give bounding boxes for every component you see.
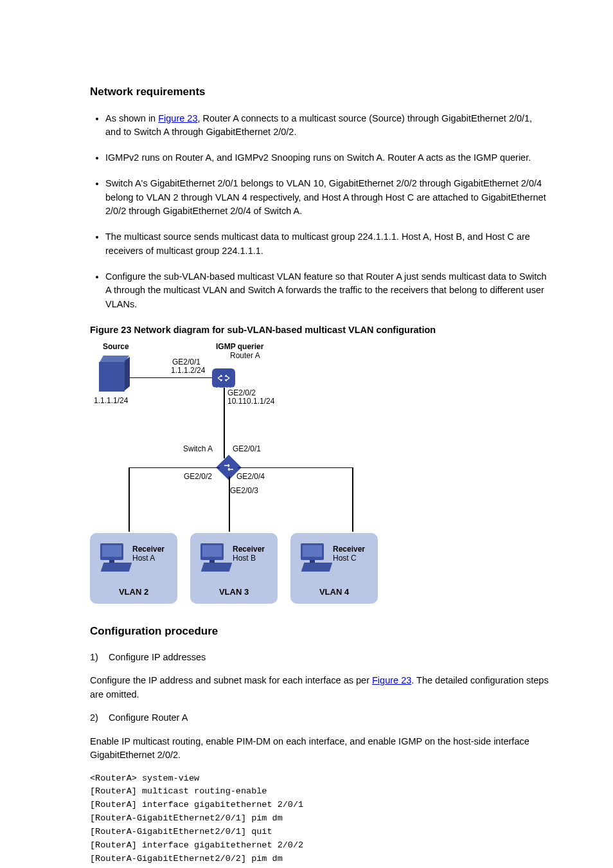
- text: Configure the IP address and subnet mask…: [90, 675, 372, 685]
- receiver-label: Receiver: [333, 545, 365, 554]
- host-name: Host B: [233, 554, 256, 563]
- link-line: [229, 476, 230, 532]
- cli-line: [RouterA-GigabitEthernet2/0/1] pim dm: [90, 812, 549, 826]
- vlan-title: VLAN 3: [190, 586, 278, 599]
- list-item: The multicast source sends multicast dat…: [105, 230, 549, 258]
- cli-line: [RouterA] multicast routing-enable: [90, 785, 549, 799]
- cli-line: [RouterA] interface gigabitethernet 2/0/…: [90, 799, 549, 812]
- link-line: [352, 467, 353, 532]
- step2: 2) Configure Router A: [90, 711, 549, 725]
- network-diagram: Source 1.1.1.1/24 ROUTER IGMP querier Ro…: [90, 347, 392, 604]
- step2-body: Enable IP multicast routing, enable PIM-…: [90, 735, 549, 763]
- cli-line: [RouterA-GigabitEthernet2/0/1] quit: [90, 826, 549, 839]
- host-text: Receiver Host B: [233, 545, 265, 563]
- link-line: [224, 388, 225, 458]
- link-line: [130, 377, 212, 379]
- router-if2-ip: 10.110.1.1/24: [227, 397, 274, 406]
- router-name: Router A: [230, 352, 260, 361]
- cli-line: [RouterA] interface gigabitethernet 2/0/…: [90, 839, 549, 853]
- vlan-title: VLAN 2: [90, 586, 177, 599]
- vlan2-box: Receiver Host A VLAN 2: [90, 533, 177, 604]
- figure-link[interactable]: Figure 23: [158, 113, 197, 123]
- host-pc-icon: [100, 543, 126, 569]
- step1: 1) Configure IP addresses: [90, 651, 549, 665]
- figure-link[interactable]: Figure 23: [372, 675, 411, 685]
- vlan3-box: Receiver Host B VLAN 3: [190, 533, 278, 604]
- vlan-title: VLAN 4: [290, 586, 378, 599]
- router-if1-ip: 1.1.1.2/24: [171, 366, 205, 375]
- cli-block: <RouterA> system-view [RouterA] multicas…: [90, 772, 549, 866]
- page-content: Network requirements As shown in Figure …: [0, 0, 613, 868]
- switch-if3: GE2/0/3: [230, 487, 258, 496]
- host-text: Receiver Host C: [333, 545, 365, 563]
- list-item: As shown in Figure 23, Router A connects…: [105, 112, 549, 140]
- source-ip: 1.1.1.1/24: [94, 397, 128, 406]
- step1-body: Configure the IP address and subnet mask…: [90, 674, 549, 702]
- list-item: IGMPv2 runs on Router A, and IGMPv2 Snoo…: [105, 151, 549, 165]
- figure-caption: Figure 23 Network diagram for sub-VLAN-b…: [90, 323, 549, 338]
- step-title: Configure IP addresses: [109, 652, 206, 662]
- list-item: Configure the sub-VLAN-based multicast V…: [105, 270, 549, 312]
- host-name: Host A: [132, 554, 155, 563]
- receiver-label: Receiver: [233, 545, 265, 554]
- source-label: Source: [103, 343, 129, 352]
- igmp-label: IGMP querier: [216, 343, 263, 352]
- requirements-list: As shown in Figure 23, Router A connects…: [90, 112, 549, 312]
- switch-if2: GE2/0/2: [184, 473, 212, 482]
- cli-line: [RouterA-GigabitEthernet2/0/2] pim dm: [90, 853, 549, 866]
- link-line: [129, 467, 130, 532]
- cli-line: <RouterA> system-view: [90, 772, 549, 786]
- link-line: [238, 467, 352, 469]
- host-pc-icon: [200, 543, 226, 569]
- router-icon: ROUTER: [212, 368, 235, 388]
- step-title: Configure Router A: [109, 712, 188, 723]
- configuration-procedure-heading: Configuration procedure: [90, 623, 549, 640]
- step-number: 1): [90, 652, 98, 662]
- switch-name: Switch A: [183, 445, 213, 454]
- switch-if4: GE2/0/4: [236, 473, 265, 482]
- receiver-label: Receiver: [132, 545, 164, 554]
- text: As shown in: [105, 113, 158, 123]
- vlan4-box: Receiver Host C VLAN 4: [290, 533, 378, 604]
- switch-if1: GE2/0/1: [233, 445, 261, 454]
- list-item: Switch A's GigabitEthernet 2/0/1 belongs…: [105, 177, 549, 219]
- host-name: Host C: [333, 554, 357, 563]
- host-pc-icon: [301, 543, 326, 569]
- step-number: 2): [90, 712, 98, 723]
- host-text: Receiver Host A: [132, 545, 164, 563]
- source-server-icon: [99, 356, 130, 392]
- link-line: [129, 467, 220, 469]
- network-requirements-heading: Network requirements: [90, 84, 549, 100]
